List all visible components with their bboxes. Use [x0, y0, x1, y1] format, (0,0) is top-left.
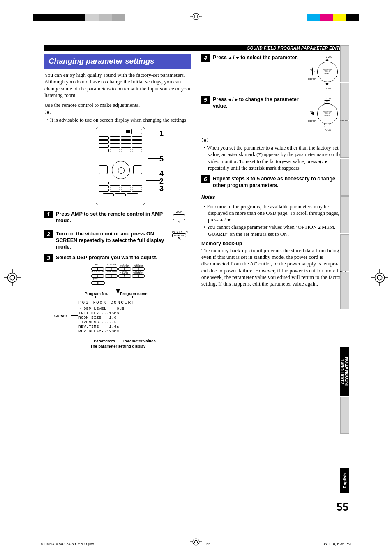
registration-mark-left-icon: [4, 269, 21, 286]
side-tab-additional-info: ADDITIONAL INFORMATION: [340, 347, 349, 396]
footer-date: 03.1.10, 6:36 PM: [323, 542, 351, 546]
caret-down-icon: [236, 57, 239, 59]
remote-button-grid: [99, 136, 142, 159]
svg-point-27: [194, 540, 198, 543]
remote-diagram: [96, 127, 145, 205]
hand-cursor-icon: ↖: [178, 219, 181, 225]
step-2: 2 Turn on the video monitor and press ON…: [44, 230, 191, 251]
step-2-text: Turn on the video monitor and press ON S…: [56, 230, 164, 251]
step-number: 5: [201, 96, 210, 104]
printers-marks-top: [0, 12, 392, 28]
registration-mark-icon: [190, 11, 202, 22]
side-tab-blank: [340, 196, 349, 233]
osd-caption: The parameter setting display: [44, 344, 191, 348]
step-5: 5 Press / to change the parameter value.…: [201, 96, 348, 133]
left-column: Changing parameter settings You can enjo…: [44, 54, 191, 348]
step-6-text: Repeat steps 3 to 5 above as necessary t…: [213, 175, 348, 189]
arrow-down-icon: [116, 289, 120, 295]
step-1: 1 Press AMP to set the remote control in…: [44, 211, 191, 226]
step-4: 4 Press / to select the parameter. TV VO…: [201, 54, 348, 91]
anno-program-no: Program No.: [85, 291, 108, 296]
header-bar: SOUND FIELD PROGRAM PARAMETER EDITING: [44, 45, 348, 51]
side-tab-blank: [340, 83, 349, 120]
registration-mark-bottom-icon: [190, 536, 202, 548]
remote-callout-5: 5: [159, 155, 164, 164]
anno-program-name: Program name: [120, 291, 148, 296]
intro-paragraph: You can enjoy high quality sound with th…: [44, 72, 191, 99]
note-1: For some of the programs, the available …: [208, 203, 348, 223]
notes-section: Notes For some of the programs, the avai…: [201, 193, 348, 237]
step-number: 1: [44, 211, 53, 218]
notes-label: Notes: [201, 194, 215, 200]
svg-point-12: [47, 111, 49, 114]
step-number: 3: [44, 254, 53, 262]
color-bars-left: [33, 14, 125, 21]
osd-line: LIVENESS······5: [78, 320, 157, 325]
header-bar-text: SOUND FIELD PROGRAM PARAMETER EDITING: [247, 46, 348, 51]
tip-block-2: When you set the parameter to a value ot…: [201, 137, 348, 171]
remote-lower-buttons: [99, 182, 142, 196]
osd-box: P03 ROCK CONCERT → DSP LEVEL····0dB INIT…: [75, 297, 161, 336]
note-2: You cannot change parameter values when …: [208, 224, 348, 237]
step-4-text: Press / to select the parameter.: [213, 54, 307, 61]
step-5-text: Press / to change the parameter value.: [213, 96, 307, 110]
step-6: 6 Repeat steps 3 to 5 above as necessary…: [201, 175, 348, 189]
svg-point-11: [377, 275, 382, 280]
tip-2-text: When you set the parameter to a value ot…: [208, 145, 348, 171]
anno-cursor: Cursor: [54, 313, 67, 318]
page: SOUND FIELD PROGRAM PARAMETER EDITING Ch…: [0, 0, 392, 555]
step-number: 6: [201, 175, 210, 183]
caret-left-icon: [318, 160, 321, 164]
svg-point-18: [204, 139, 206, 142]
step-2-diagram: ON SCREEN DISPLAY ↖: [167, 230, 191, 243]
side-tab-english: English: [340, 468, 349, 493]
onscreen-label: ON SCREEN: [171, 230, 188, 233]
side-tab-blank: [340, 45, 349, 82]
osd-title: P03 ROCK CONCERT: [78, 300, 157, 305]
section-title: Changing parameter settings: [48, 57, 187, 66]
side-tab-blank: [340, 234, 349, 271]
remote-btn: [99, 130, 104, 134]
side-tab-blank: [340, 159, 349, 196]
color-bars-right: [307, 14, 359, 21]
side-tab-blank: [340, 397, 349, 434]
section-title-block: Changing parameter settings: [44, 54, 191, 69]
remote-btn: [99, 165, 108, 174]
caret-right-icon: [325, 160, 327, 164]
step-1-text: Press AMP to set the remote control in A…: [56, 211, 164, 224]
amp-label: AMP: [176, 211, 182, 214]
step-1-diagram: AMP ↖: [167, 211, 191, 226]
osd-line: REV.TIME····1.6s: [78, 325, 157, 329]
svg-line-20: [202, 138, 203, 139]
tip-icon: [44, 109, 52, 115]
svg-line-21: [207, 138, 208, 139]
step-3: 3 Select a DSP program you want to adjus…: [44, 254, 191, 262]
step-number: 2: [44, 230, 53, 238]
caret-up-icon: [220, 219, 223, 221]
remote-btn: [133, 165, 142, 174]
remote-callout-1: 1: [159, 129, 164, 138]
caret-up-icon: [228, 57, 232, 59]
hand-cursor-icon: ↖: [178, 236, 181, 241]
footer-filename: 0110RX-V740_54-59_EN-U.p65: [41, 542, 94, 546]
tip-1-text: It is advisable to use on-screen display…: [51, 117, 191, 123]
caret-down-icon: [227, 219, 231, 221]
remote-note: Use the remote control to make adjustmen…: [44, 102, 191, 108]
right-column: 4 Press / to select the parameter. TV VO…: [201, 54, 348, 348]
step-number: 4: [201, 54, 210, 62]
remote-btn: [131, 129, 142, 134]
tip-block-1: It is advisable to use on-screen display…: [44, 109, 191, 123]
svg-line-15: [50, 111, 51, 111]
side-tab-blank: [340, 121, 349, 158]
svg-point-3: [194, 15, 198, 18]
footer-page: 55: [206, 542, 210, 546]
remote-btn: [126, 130, 130, 133]
dsp-program-buttons: HALL1 JAZZ CLUB2 ROCK CONCERT3 ENTER-TAI…: [91, 264, 145, 285]
remote-callout-3: 3: [159, 184, 164, 193]
svg-point-7: [10, 275, 14, 280]
side-tab-blank: [340, 272, 349, 309]
page-number: 55: [337, 501, 348, 514]
remote-dpad: [112, 161, 130, 179]
step-3-text: Select a DSP program you want to adjust.: [56, 254, 191, 261]
registration-mark-right-icon: [371, 269, 388, 286]
